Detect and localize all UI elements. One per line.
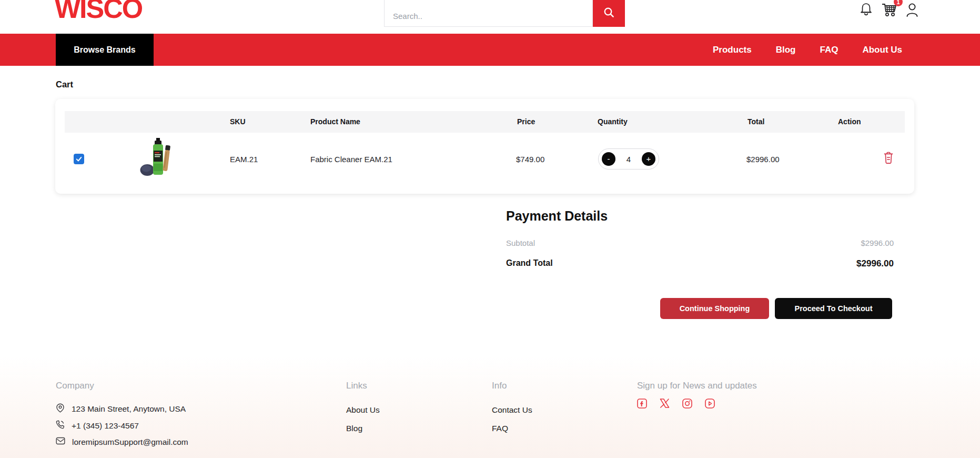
footer-phone-row: +1 (345) 123-4567: [56, 420, 139, 431]
footer-info-heading: Info: [492, 381, 507, 391]
phone-icon: [56, 420, 65, 431]
footer-link-faq[interactable]: FAQ: [492, 424, 508, 433]
trash-icon: [883, 158, 894, 166]
subtotal-row: Subtotal $2996.00: [506, 238, 894, 247]
quantity-decrease-button[interactable]: -: [602, 152, 615, 166]
remove-item-button[interactable]: [883, 152, 894, 167]
subtotal-label: Subtotal: [506, 238, 535, 247]
user-account-icon[interactable]: [905, 2, 919, 19]
subtotal-value: $2996.00: [861, 238, 894, 247]
search-icon: [603, 7, 614, 19]
column-header-quantity: Quantity: [598, 111, 628, 133]
column-header-action: Action: [838, 111, 861, 133]
search-input[interactable]: [384, 0, 593, 27]
grand-total-row: Grand Total $2996.00: [506, 258, 894, 269]
column-header-sku: SKU: [230, 111, 246, 133]
nav-link-products[interactable]: Products: [713, 45, 752, 55]
row-select-checkbox[interactable]: [74, 154, 84, 164]
main-navbar: Browse Brands Products Blog FAQ About Us: [0, 34, 980, 66]
map-pin-icon: [56, 403, 65, 415]
footer-phone: +1 (345) 123-4567: [72, 421, 139, 431]
column-header-price: Price: [517, 111, 535, 133]
product-image: [140, 136, 173, 182]
column-header-name: Product Name: [310, 111, 360, 133]
nav-links: Products Blog FAQ About Us: [713, 34, 902, 66]
footer-link-about-us[interactable]: About Us: [346, 405, 380, 415]
social-icons: [637, 399, 715, 409]
footer-address: 123 Main Street, Anytown, USA: [72, 404, 186, 414]
youtube-icon[interactable]: [705, 399, 715, 409]
browse-brands-button[interactable]: Browse Brands: [56, 34, 154, 66]
envelope-icon: [56, 437, 65, 447]
payment-details-title: Payment Details: [506, 208, 894, 224]
item-total: $2996.00: [746, 155, 780, 164]
x-twitter-icon[interactable]: [660, 399, 670, 409]
footer-email: loremipsumSupport@gmail.com: [72, 437, 188, 447]
continue-shopping-button[interactable]: Continue Shopping: [660, 298, 769, 319]
footer-address-row: 123 Main Street, Anytown, USA: [56, 403, 186, 415]
brand-logo[interactable]: WISCO: [55, 0, 142, 24]
notification-bell-icon[interactable]: [858, 2, 874, 19]
nav-link-faq[interactable]: FAQ: [820, 45, 838, 55]
instagram-icon[interactable]: [682, 399, 692, 409]
table-row: EAM.21 Fabric Cleaner EAM.21 $749.00 - 4…: [65, 133, 905, 185]
grand-total-value: $2996.00: [856, 258, 894, 269]
grand-total-label: Grand Total: [506, 258, 553, 269]
search-button[interactable]: [593, 0, 625, 27]
cart-page: WISCO: [0, 0, 980, 458]
footer-company-heading: Company: [56, 381, 94, 391]
column-header-total: Total: [747, 111, 764, 133]
quantity-increase-button[interactable]: +: [642, 152, 655, 166]
nav-link-about-us[interactable]: About Us: [862, 45, 902, 55]
footer-link-contact-us[interactable]: Contact Us: [492, 405, 532, 415]
footer-email-row: loremipsumSupport@gmail.com: [56, 437, 188, 447]
item-price: $749.00: [516, 155, 544, 164]
nav-link-blog[interactable]: Blog: [776, 45, 796, 55]
facebook-icon[interactable]: [637, 399, 647, 409]
cart-card: SKU Product Name Price Quantity Total Ac…: [55, 99, 914, 194]
item-sku: EAM.21: [230, 155, 258, 164]
check-icon: [75, 155, 83, 163]
footer-link-blog[interactable]: Blog: [346, 424, 362, 433]
header-icon-group: 1: [858, 0, 919, 21]
payment-details-section: Payment Details Subtotal $2996.00 Grand …: [506, 208, 894, 280]
quantity-value: 4: [627, 155, 631, 164]
newsletter-heading: Sign up for News and updates: [637, 381, 757, 391]
header: WISCO: [0, 0, 980, 34]
cart-icon-wrap[interactable]: 1: [881, 2, 898, 19]
cart-count-badge: 1: [894, 0, 903, 6]
cart-table-header: SKU Product Name Price Quantity Total Ac…: [65, 111, 905, 133]
footer: Company 123 Main Street, Anytown, USA +1…: [0, 356, 980, 458]
cart-actions: Continue Shopping Proceed To Checkout: [660, 298, 892, 319]
footer-links-heading: Links: [346, 381, 367, 391]
quantity-stepper: - 4 +: [598, 148, 659, 170]
item-name: Fabric Cleaner EAM.21: [310, 155, 392, 164]
proceed-to-checkout-button[interactable]: Proceed To Checkout: [775, 298, 892, 319]
search-bar: [384, 0, 625, 27]
page-title: Cart: [56, 79, 73, 89]
